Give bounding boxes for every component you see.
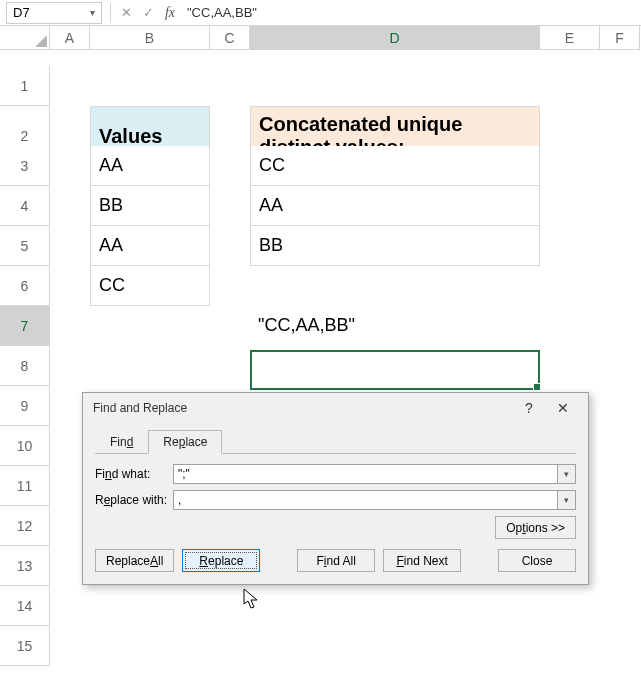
cell-f10[interactable] (600, 426, 640, 466)
cell-d4[interactable]: AA (250, 186, 540, 226)
cell-c14[interactable] (210, 586, 250, 626)
accept-icon[interactable]: ✓ (137, 2, 159, 24)
find-what-input[interactable] (174, 465, 557, 483)
chevron-down-icon[interactable]: ▾ (557, 491, 575, 509)
help-icon[interactable]: ? (512, 396, 546, 420)
replace-button[interactable]: Replace (182, 549, 260, 572)
cell-a7[interactable] (50, 306, 90, 346)
cell-f5[interactable] (600, 226, 640, 266)
cell-a3[interactable] (50, 146, 90, 186)
row-header-8[interactable]: 8 (0, 346, 50, 386)
replace-all-button[interactable]: Replace All (95, 549, 174, 572)
cell-f9[interactable] (600, 386, 640, 426)
cell-f11[interactable] (600, 466, 640, 506)
cell-f4[interactable] (600, 186, 640, 226)
cell-f1[interactable] (600, 66, 640, 106)
row-header-9[interactable]: 9 (0, 386, 50, 426)
cell-e4[interactable] (540, 186, 600, 226)
row-header-11[interactable]: 11 (0, 466, 50, 506)
cell-a8[interactable] (50, 346, 90, 386)
row-header-6[interactable]: 6 (0, 266, 50, 306)
fx-icon[interactable]: fx (159, 2, 181, 24)
cell-e6[interactable] (540, 266, 600, 306)
cell-d14[interactable] (250, 586, 540, 626)
cell-a1[interactable] (50, 66, 90, 106)
chevron-down-icon[interactable]: ▾ (90, 7, 95, 18)
find-what-combo[interactable]: ▾ (173, 464, 576, 484)
dialog-titlebar[interactable]: Find and Replace ? ✕ (83, 393, 588, 423)
cell-d3[interactable]: CC (250, 146, 540, 186)
cell-b15[interactable] (90, 626, 210, 666)
formula-input[interactable]: "CC,AA,BB" (181, 2, 641, 24)
cell-d8[interactable] (250, 346, 540, 386)
cell-a15[interactable] (50, 626, 90, 666)
row-header-10[interactable]: 10 (0, 426, 50, 466)
cell-a14[interactable] (50, 586, 90, 626)
cell-e5[interactable] (540, 226, 600, 266)
col-header-f[interactable]: F (600, 26, 640, 50)
cell-b14[interactable] (90, 586, 210, 626)
cell-e7[interactable] (540, 306, 600, 346)
col-header-a[interactable]: A (50, 26, 90, 50)
cell-e8[interactable] (540, 346, 600, 386)
close-button[interactable]: Close (498, 549, 576, 572)
col-header-d[interactable]: D (250, 26, 540, 50)
cell-f6[interactable] (600, 266, 640, 306)
row-header-14[interactable]: 14 (0, 586, 50, 626)
row-header-13[interactable]: 13 (0, 546, 50, 586)
options-button[interactable]: Options >> (495, 516, 576, 539)
tab-find[interactable]: Find (95, 430, 148, 454)
cell-b4[interactable]: BB (90, 186, 210, 226)
col-header-c[interactable]: C (210, 26, 250, 50)
cell-c15[interactable] (210, 626, 250, 666)
find-all-button[interactable]: Find All (297, 549, 375, 572)
cell-d15[interactable] (250, 626, 540, 666)
cell-b8[interactable] (90, 346, 210, 386)
cell-a5[interactable] (50, 226, 90, 266)
cell-d6[interactable] (250, 266, 540, 306)
cell-f12[interactable] (600, 506, 640, 546)
tab-replace[interactable]: Replace (148, 430, 222, 454)
cell-c3[interactable] (210, 146, 250, 186)
cell-e3[interactable] (540, 146, 600, 186)
cell-d1[interactable] (250, 66, 540, 106)
close-icon[interactable]: ✕ (546, 396, 580, 420)
cell-c4[interactable] (210, 186, 250, 226)
cell-c6[interactable] (210, 266, 250, 306)
cell-e15[interactable] (540, 626, 600, 666)
cell-a4[interactable] (50, 186, 90, 226)
chevron-down-icon[interactable]: ▾ (557, 465, 575, 483)
cell-d7[interactable]: "CC,AA,BB" (250, 306, 540, 346)
cell-c8[interactable] (210, 346, 250, 386)
cell-d5[interactable]: BB (250, 226, 540, 266)
cell-f15[interactable] (600, 626, 640, 666)
row-header-5[interactable]: 5 (0, 226, 50, 266)
cell-f13[interactable] (600, 546, 640, 586)
row-header-4[interactable]: 4 (0, 186, 50, 226)
col-header-b[interactable]: B (90, 26, 210, 50)
cell-f8[interactable] (600, 346, 640, 386)
row-header-7[interactable]: 7 (0, 306, 50, 346)
replace-with-input[interactable] (174, 491, 557, 509)
cell-e1[interactable] (540, 66, 600, 106)
cancel-icon[interactable]: ✕ (115, 2, 137, 24)
col-header-e[interactable]: E (540, 26, 600, 50)
cell-f14[interactable] (600, 586, 640, 626)
row-header-1[interactable]: 1 (0, 66, 50, 106)
row-header-15[interactable]: 15 (0, 626, 50, 666)
cell-f3[interactable] (600, 146, 640, 186)
cell-b7[interactable] (90, 306, 210, 346)
cell-b5[interactable]: AA (90, 226, 210, 266)
row-header-12[interactable]: 12 (0, 506, 50, 546)
select-all-corner[interactable] (0, 26, 50, 50)
cell-b3[interactable]: AA (90, 146, 210, 186)
cell-c1[interactable] (210, 66, 250, 106)
cell-c7[interactable] (210, 306, 250, 346)
cell-c5[interactable] (210, 226, 250, 266)
cell-a6[interactable] (50, 266, 90, 306)
cell-e14[interactable] (540, 586, 600, 626)
cell-b1[interactable] (90, 66, 210, 106)
row-header-3[interactable]: 3 (0, 146, 50, 186)
find-next-button[interactable]: Find Next (383, 549, 461, 572)
cell-b6[interactable]: CC (90, 266, 210, 306)
